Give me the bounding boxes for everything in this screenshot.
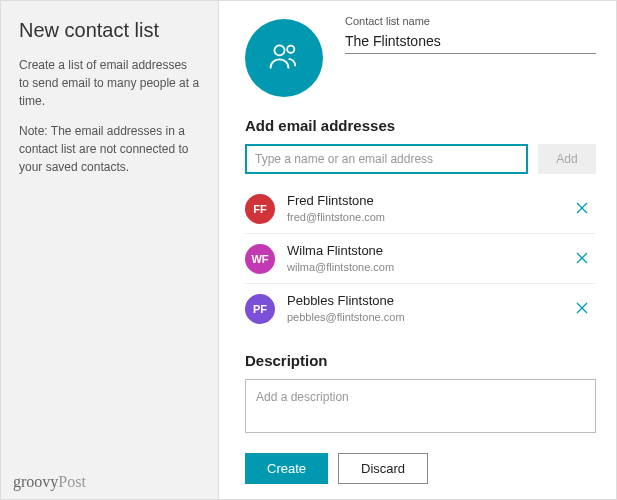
discard-button[interactable]: Discard (338, 453, 428, 484)
create-button[interactable]: Create (245, 453, 328, 484)
email-section-title: Add email addresses (245, 117, 596, 134)
add-button[interactable]: Add (538, 144, 596, 174)
contact-email: fred@flintstone.com (287, 210, 568, 224)
remove-contact-button[interactable] (568, 295, 596, 323)
contact-info: Fred Flintstone fred@flintstone.com (287, 193, 568, 224)
footer-buttons: Create Discard (245, 453, 596, 484)
close-icon (576, 250, 588, 268)
contact-email: wilma@flintstone.com (287, 260, 568, 274)
contact-initials: WF (245, 244, 275, 274)
contact-name: Wilma Flintstone (287, 243, 568, 260)
main-panel: Contact list name Add email addresses Ad… (219, 1, 616, 499)
remove-contact-button[interactable] (568, 195, 596, 223)
description-section-title: Description (245, 352, 596, 369)
sidebar-intro: Create a list of email addresses to send… (19, 56, 200, 110)
contact-info: Pebbles Flintstone pebbles@flintstone.co… (287, 293, 568, 324)
contact-name: Pebbles Flintstone (287, 293, 568, 310)
contact-info: Wilma Flintstone wilma@flintstone.com (287, 243, 568, 274)
contact-initials: PF (245, 294, 275, 324)
email-input[interactable] (245, 144, 528, 174)
description-input[interactable] (245, 379, 596, 433)
name-field-label: Contact list name (345, 15, 596, 27)
page-title: New contact list (19, 19, 200, 42)
contact-row: FF Fred Flintstone fred@flintstone.com (245, 184, 596, 234)
watermark: groovyPost (13, 473, 86, 491)
close-icon (576, 300, 588, 318)
contact-row: PF Pebbles Flintstone pebbles@flintstone… (245, 284, 596, 333)
contact-list-avatar (245, 19, 323, 97)
svg-point-0 (274, 45, 284, 55)
sidebar-note: Note: The email addresses in a contact l… (19, 122, 200, 176)
contact-name: Fred Flintstone (287, 193, 568, 210)
svg-point-1 (287, 46, 294, 53)
contact-row: WF Wilma Flintstone wilma@flintstone.com (245, 234, 596, 284)
contact-email: pebbles@flintstone.com (287, 310, 568, 324)
header-row: Contact list name (245, 13, 596, 97)
sidebar: New contact list Create a list of email … (1, 1, 219, 499)
contact-initials: FF (245, 194, 275, 224)
contact-list: FF Fred Flintstone fred@flintstone.com W… (245, 184, 596, 334)
remove-contact-button[interactable] (568, 245, 596, 273)
contact-list-name-input[interactable] (345, 29, 596, 54)
close-icon (576, 200, 588, 218)
people-icon (266, 38, 302, 78)
